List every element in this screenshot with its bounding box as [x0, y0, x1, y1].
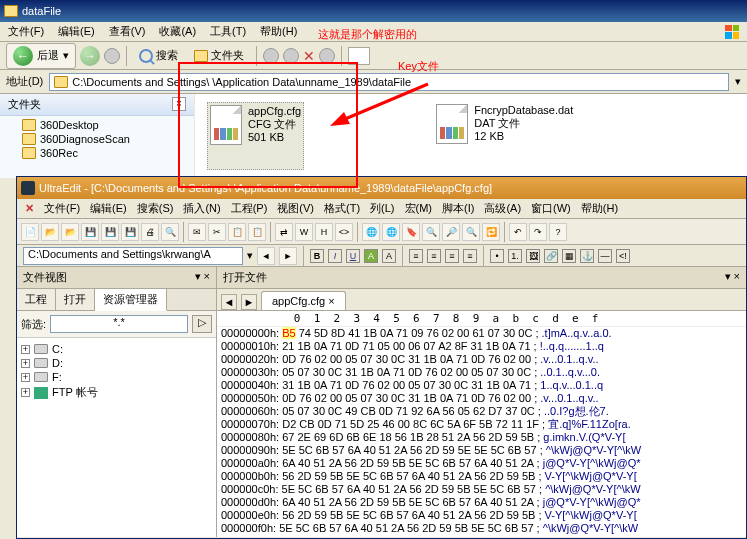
word-wrap-icon[interactable]: W — [295, 223, 313, 241]
menu-project[interactable]: 工程(P) — [231, 201, 268, 216]
folder-tree-item[interactable]: 360Desktop — [4, 118, 190, 132]
replace-icon[interactable]: 🔁 — [482, 223, 500, 241]
doc-tab-appcfg[interactable]: appCfg.cfg × — [261, 291, 346, 310]
save-as-icon[interactable]: 💾 — [101, 223, 119, 241]
hex-icon[interactable]: H — [315, 223, 333, 241]
chevron-down-icon[interactable]: ▾ — [735, 75, 741, 88]
highlight-icon[interactable]: A — [364, 249, 378, 263]
file-list[interactable]: appCfg.cfg CFG 文件 501 KB FncrypDatabase.… — [195, 94, 747, 178]
open-file-icon[interactable]: 📂 — [41, 223, 59, 241]
file-item-appcfg[interactable]: appCfg.cfg CFG 文件 501 KB — [207, 102, 304, 170]
mail-icon[interactable]: ✉ — [188, 223, 206, 241]
copy-icon[interactable]: 📋 — [228, 223, 246, 241]
menu-format[interactable]: 格式(T) — [324, 201, 360, 216]
views-button[interactable] — [348, 47, 370, 65]
search-button[interactable]: 搜索 — [133, 46, 184, 65]
menu-search[interactable]: 搜索(S) — [137, 201, 174, 216]
tree-item-c[interactable]: +C: — [21, 342, 212, 356]
menu-help[interactable]: 帮助(H) — [581, 201, 618, 216]
history-fwd-icon[interactable]: ► — [279, 247, 297, 265]
menu-script[interactable]: 脚本(I) — [442, 201, 474, 216]
menu-edit[interactable]: 编辑(E) — [58, 24, 95, 39]
tab-explorer[interactable]: 资源管理器 — [95, 289, 167, 311]
globe-icon[interactable]: 🌐 — [382, 223, 400, 241]
menu-view[interactable]: 查看(V) — [109, 24, 146, 39]
sync-icon[interactable] — [283, 48, 299, 64]
menu-window[interactable]: 窗口(W) — [531, 201, 571, 216]
text-color-icon[interactable]: A — [382, 249, 396, 263]
undo-icon[interactable]: ↶ — [509, 223, 527, 241]
print-preview-icon[interactable]: 🔍 — [161, 223, 179, 241]
table-icon[interactable]: ▦ — [562, 249, 576, 263]
browser-icon[interactable]: 🌐 — [362, 223, 380, 241]
save-icon[interactable]: 💾 — [81, 223, 99, 241]
forward-button[interactable]: → — [80, 46, 100, 66]
dropdown-icon[interactable]: ▾ × — [195, 270, 210, 285]
menu-column[interactable]: 列(L) — [370, 201, 394, 216]
close-icon[interactable]: × — [172, 97, 186, 111]
open-quick-icon[interactable]: 📂 — [61, 223, 79, 241]
help-icon[interactable]: ? — [549, 223, 567, 241]
dropdown-icon[interactable]: ▾ × — [725, 270, 740, 285]
stop-icon[interactable] — [263, 48, 279, 64]
close-icon[interactable]: × — [328, 295, 334, 307]
menu-fav[interactable]: 收藏(A) — [159, 24, 196, 39]
menu-help[interactable]: 帮助(H) — [260, 24, 297, 39]
history-back-icon[interactable]: ◄ — [257, 247, 275, 265]
menu-edit[interactable]: 编辑(E) — [90, 201, 127, 216]
cut-icon[interactable]: ✂ — [208, 223, 226, 241]
paste-icon[interactable]: 📋 — [248, 223, 266, 241]
close-icon[interactable]: ✕ — [25, 202, 34, 215]
tab-prev-icon[interactable]: ◄ — [221, 294, 237, 310]
anchor-icon[interactable]: ⚓ — [580, 249, 594, 263]
ue-path-input[interactable]: C:\Documents and Settings\krwang\A — [23, 247, 243, 265]
file-item-fncryp[interactable]: FncrypDatabase.dat DAT 文件 12 KB — [434, 102, 575, 170]
menu-macro[interactable]: 宏(M) — [405, 201, 433, 216]
back-button[interactable]: ← 后退 ▾ — [6, 43, 76, 69]
up-button[interactable] — [104, 48, 120, 64]
find-icon[interactable]: 🔍 — [422, 223, 440, 241]
image-icon[interactable]: 🖼 — [526, 249, 540, 263]
find-prev-icon[interactable]: 🔍 — [462, 223, 480, 241]
tab-project[interactable]: 工程 — [17, 289, 56, 310]
hr-icon[interactable]: — — [598, 249, 612, 263]
tag-icon[interactable]: <> — [335, 223, 353, 241]
filter-input[interactable]: *.* — [50, 315, 188, 333]
explorer-titlebar[interactable]: dataFile — [0, 0, 747, 22]
menu-file[interactable]: 文件(F) — [8, 24, 44, 39]
align-left-icon[interactable]: ≡ — [409, 249, 423, 263]
folders-button[interactable]: 文件夹 — [188, 46, 250, 65]
align-center-icon[interactable]: ≡ — [427, 249, 441, 263]
link-icon[interactable]: 🔗 — [544, 249, 558, 263]
tree-item-ftp[interactable]: +FTP 帐号 — [21, 384, 212, 401]
toggle-icon[interactable]: ⇄ — [275, 223, 293, 241]
tree-item-d[interactable]: +D: — [21, 356, 212, 370]
new-file-icon[interactable]: 📄 — [21, 223, 39, 241]
find-next-icon[interactable]: 🔎 — [442, 223, 460, 241]
expander-icon[interactable]: + — [21, 373, 30, 382]
hex-view[interactable]: 00000000h: B5 74 5D 8D 41 1B 0A 71 09 76… — [217, 327, 746, 537]
tree-item-f[interactable]: +F: — [21, 370, 212, 384]
align-justify-icon[interactable]: ≡ — [463, 249, 477, 263]
expander-icon[interactable]: + — [21, 359, 30, 368]
prop-icon[interactable] — [319, 48, 335, 64]
ue-titlebar[interactable]: UltraEdit - [C:\Documents and Settings\ … — [17, 177, 746, 199]
save-all-icon[interactable]: 💾 — [121, 223, 139, 241]
chevron-down-icon[interactable]: ▾ — [247, 249, 253, 262]
comment-icon[interactable]: <! — [616, 249, 630, 263]
folder-tree-item[interactable]: 360DiagnoseScan — [4, 132, 190, 146]
menu-advanced[interactable]: 高级(A) — [484, 201, 521, 216]
underline-icon[interactable]: U — [346, 249, 360, 263]
menu-insert[interactable]: 插入(N) — [183, 201, 220, 216]
redo-icon[interactable]: ↷ — [529, 223, 547, 241]
list-ul-icon[interactable]: • — [490, 249, 504, 263]
folder-tree-item[interactable]: 360Rec — [4, 146, 190, 160]
italic-icon[interactable]: I — [328, 249, 342, 263]
bold-icon[interactable]: B — [310, 249, 324, 263]
menu-view[interactable]: 视图(V) — [277, 201, 314, 216]
align-right-icon[interactable]: ≡ — [445, 249, 459, 263]
expander-icon[interactable]: + — [21, 345, 30, 354]
tab-next-icon[interactable]: ► — [241, 294, 257, 310]
print-icon[interactable]: 🖨 — [141, 223, 159, 241]
tab-open[interactable]: 打开 — [56, 289, 95, 310]
